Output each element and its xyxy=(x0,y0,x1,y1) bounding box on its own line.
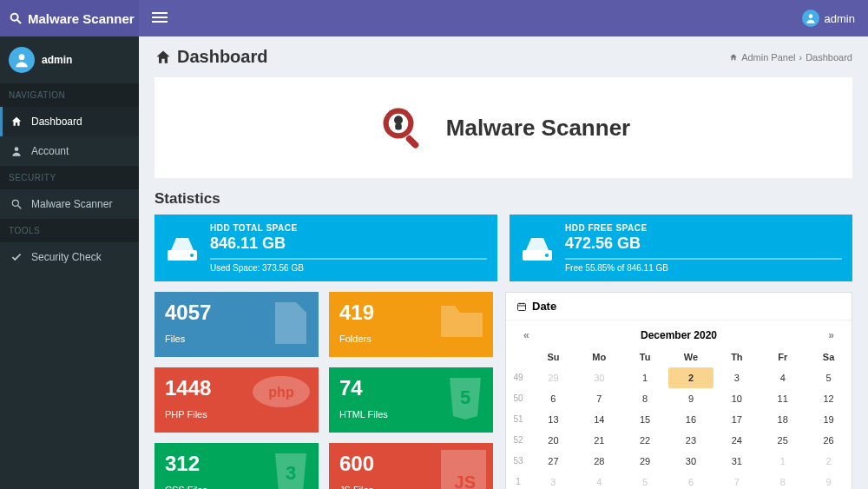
main-content: Dashboard Admin Panel › Dashboard Malwar… xyxy=(139,36,868,489)
calendar-day[interactable]: 10 xyxy=(713,388,760,409)
html5-icon: 5 xyxy=(444,374,486,423)
calendar-day[interactable]: 20 xyxy=(530,430,576,451)
sidebar-item-malware[interactable]: Malware Scanner xyxy=(0,189,139,219)
calendar-day[interactable]: 4 xyxy=(760,367,806,388)
page-title: Dashboard xyxy=(155,47,267,67)
calendar-day-head: Sa xyxy=(806,347,852,367)
calendar-week-num: 52 xyxy=(506,430,530,451)
hdd-free-value: 472.56 GB xyxy=(565,235,842,253)
sidebar-toggle[interactable] xyxy=(152,10,168,26)
calendar-day[interactable]: 29 xyxy=(622,451,668,472)
calendar-day[interactable]: 7 xyxy=(713,472,760,489)
calendar-day[interactable]: 24 xyxy=(713,430,760,451)
calendar-day-head: Mo xyxy=(576,347,622,367)
calendar-day[interactable]: 19 xyxy=(806,409,852,430)
topbar: Malware Scanner admin xyxy=(0,0,868,36)
breadcrumb-home[interactable]: Admin Panel xyxy=(741,52,795,63)
calendar-day[interactable]: 31 xyxy=(713,451,760,472)
calendar-day[interactable]: 26 xyxy=(806,430,852,451)
calendar-day[interactable]: 30 xyxy=(668,451,714,472)
calendar-day[interactable]: 5 xyxy=(622,472,668,489)
sidebar: admin NAVIGATION Dashboard Account SECUR… xyxy=(0,36,139,489)
hdd-total-label: HDD TOTAL SPACE xyxy=(210,223,487,233)
stats-title: Statistics xyxy=(139,190,868,215)
svg-text:php: php xyxy=(268,385,294,400)
calendar-day[interactable]: 22 xyxy=(622,430,668,451)
svg-rect-25 xyxy=(518,303,526,310)
person-icon xyxy=(13,51,30,69)
app-logo[interactable]: Malware Scanner xyxy=(0,0,139,36)
calendar-day[interactable]: 2 xyxy=(806,451,852,472)
sidebar-header-security: SECURITY xyxy=(0,166,139,189)
bug-search-icon xyxy=(377,102,429,154)
calendar-day[interactable]: 4 xyxy=(576,472,622,489)
user-name: admin xyxy=(825,12,855,25)
stat-php[interactable]: 1448 PHP Files php xyxy=(155,367,319,433)
hdd-icon xyxy=(520,231,555,266)
php-icon: php xyxy=(251,374,312,409)
svg-point-8 xyxy=(12,200,18,206)
calendar-day[interactable]: 23 xyxy=(668,430,714,451)
calendar-day[interactable]: 25 xyxy=(760,430,806,451)
stat-js[interactable]: 600 JS Files JS xyxy=(329,443,493,489)
calendar-day[interactable]: 2 xyxy=(668,367,714,388)
calendar-day[interactable]: 21 xyxy=(576,430,622,451)
calendar-day[interactable]: 12 xyxy=(806,388,852,409)
calendar-day[interactable]: 14 xyxy=(576,409,622,430)
calendar-week-num: 51 xyxy=(506,409,530,430)
calendar-day[interactable]: 11 xyxy=(760,388,806,409)
calendar-widget: Date « December 2020 » SuMoTuWeThFrSa492… xyxy=(505,292,852,489)
calendar-day[interactable]: 6 xyxy=(668,472,714,489)
calendar-day[interactable]: 9 xyxy=(806,472,852,489)
calendar-day[interactable]: 5 xyxy=(806,367,852,388)
avatar xyxy=(9,47,35,73)
svg-point-13 xyxy=(394,116,403,124)
calendar-day-head: Tu xyxy=(622,347,668,367)
calendar-day[interactable]: 30 xyxy=(576,367,622,388)
stat-css[interactable]: 312 CSS Files 3 xyxy=(155,443,319,489)
sidebar-item-label: Dashboard xyxy=(31,116,82,128)
user-menu[interactable]: admin xyxy=(802,10,855,27)
calendar-day[interactable]: 1 xyxy=(622,367,668,388)
menu-icon xyxy=(152,12,168,23)
app-name: Malware Scanner xyxy=(28,11,135,26)
sidebar-item-dashboard[interactable]: Dashboard xyxy=(0,107,139,136)
sidebar-item-security-check[interactable]: Security Check xyxy=(0,242,139,272)
calendar-day[interactable]: 3 xyxy=(713,367,760,388)
calendar-day[interactable]: 9 xyxy=(668,388,714,409)
calendar-grid: SuMoTuWeThFrSa49293012345506789101112511… xyxy=(506,347,852,489)
calendar-day[interactable]: 6 xyxy=(530,388,576,409)
calendar-day[interactable]: 16 xyxy=(668,409,714,430)
svg-rect-14 xyxy=(395,123,402,130)
calendar-next[interactable]: » xyxy=(828,329,834,341)
calendar-day[interactable]: 8 xyxy=(622,388,668,409)
calendar-day-head: We xyxy=(668,347,714,367)
svg-line-1 xyxy=(17,20,21,23)
hero-banner: Malware Scanner xyxy=(155,77,852,178)
home-icon xyxy=(155,49,172,66)
calendar-day[interactable]: 7 xyxy=(576,388,622,409)
calendar-month: December 2020 xyxy=(641,329,717,341)
stat-files[interactable]: 4057 Files xyxy=(155,292,319,357)
calendar-day[interactable]: 18 xyxy=(760,409,806,430)
svg-rect-11 xyxy=(404,135,420,150)
calendar-day[interactable]: 27 xyxy=(530,451,576,472)
calendar-day[interactable]: 3 xyxy=(530,472,576,489)
hdd-free-sub: Free 55.85% of 846.11 GB xyxy=(565,263,842,273)
calendar-day[interactable]: 13 xyxy=(530,409,576,430)
sidebar-user[interactable]: admin xyxy=(0,36,139,83)
sidebar-item-label: Account xyxy=(31,145,69,157)
calendar-day[interactable]: 8 xyxy=(760,472,806,489)
svg-point-7 xyxy=(15,147,19,151)
sidebar-item-account[interactable]: Account xyxy=(0,136,139,166)
calendar-day[interactable]: 1 xyxy=(760,451,806,472)
stat-html[interactable]: 74 HTML Files 5 xyxy=(329,367,493,433)
calendar-title: Date xyxy=(506,293,852,320)
stat-folders[interactable]: 419 Folders xyxy=(329,292,493,357)
calendar-day[interactable]: 29 xyxy=(530,367,576,388)
calendar-day[interactable]: 17 xyxy=(713,409,760,430)
calendar-day[interactable]: 15 xyxy=(622,409,668,430)
calendar-day[interactable]: 28 xyxy=(576,451,622,472)
calendar-prev[interactable]: « xyxy=(523,329,529,341)
hdd-free-box: HDD FREE SPACE 472.56 GB Free 55.85% of … xyxy=(510,215,852,281)
